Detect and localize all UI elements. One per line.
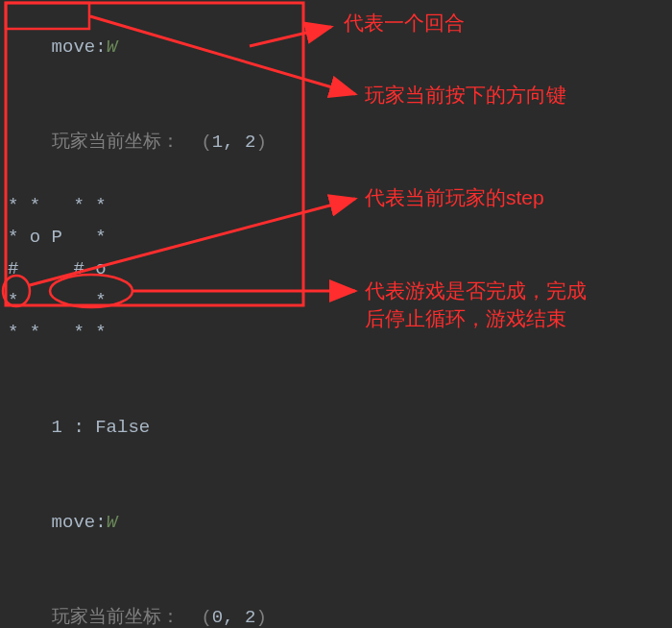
coord-value: 0, 2 xyxy=(212,607,256,628)
coord-value: 1, 2 xyxy=(212,132,256,153)
map-row: * o P * xyxy=(0,222,672,254)
coord-label-prefix: 玩家当前坐标： ( xyxy=(52,607,212,628)
map-row: * * * * xyxy=(0,190,672,222)
terminal-output: move:W 玩家当前坐标： (1, 2) * * * * * o P * # … xyxy=(0,0,672,628)
coord-line: 玩家当前坐标： (0, 2) xyxy=(0,570,672,628)
blank-line xyxy=(0,349,672,380)
annotation-gameover-line1: 代表游戏是否完成，完成 xyxy=(365,278,587,304)
move-value: W xyxy=(107,512,117,533)
coord-label-suffix: ) xyxy=(255,607,266,628)
coord-label-suffix: ) xyxy=(255,132,266,153)
map-row: * * * * xyxy=(0,317,672,349)
status-value: False xyxy=(95,417,150,438)
move-value: W xyxy=(107,36,117,58)
annotation-gameover-line2: 后停止循环，游戏结束 xyxy=(365,305,566,332)
move-label: move: xyxy=(52,512,107,533)
annotation-turn: 代表一个回合 xyxy=(344,10,465,36)
move-command-line: move:W xyxy=(0,0,672,95)
status-line: 1 : False xyxy=(0,380,672,475)
annotation-key: 玩家当前按下的方向键 xyxy=(365,82,566,109)
status-step: 1 : xyxy=(52,417,96,438)
coord-label-prefix: 玩家当前坐标： ( xyxy=(52,132,212,153)
move-label: move: xyxy=(52,36,107,58)
move-command-line: move:W xyxy=(0,475,672,570)
annotation-step: 代表当前玩家的step xyxy=(365,184,544,211)
coord-line: 玩家当前坐标： (1, 2) xyxy=(0,95,672,190)
